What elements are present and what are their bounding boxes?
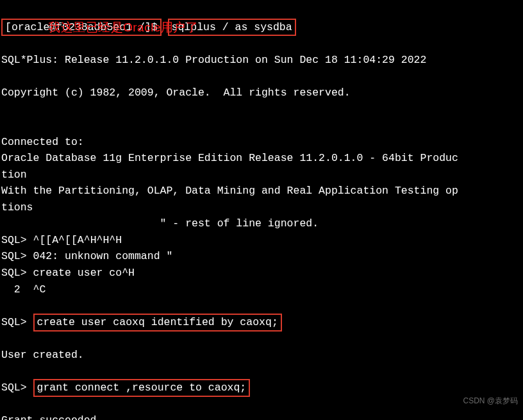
banner-line-1: SQL*Plus: Release 11.2.0.1.0 Production … [1,54,426,66]
edition-line-4: tions [1,201,33,214]
response-grant-1: Grant succeeded. [1,414,103,420]
response-user-created: User created. [1,349,84,361]
annotation-oracle-user: 我这里已经是Oracle用户了 [48,18,198,37]
sql-prompt: SQL> [1,234,27,246]
sql-prompt: SQL> [1,267,27,279]
sql-prompt: SQL> [1,250,27,262]
ignored-line: " - rest of line ignored. [1,217,319,230]
junk-input-2: 042: unknown command " [33,250,173,262]
junk-input-1: ^[[A^[[A^H^H^H [33,234,122,246]
watermark: CSDN @袁梦码 [463,395,518,407]
junk-input-4: 2 ^C [1,283,46,296]
connected-label: Connected to: [1,136,84,148]
sql-prompt: SQL> [1,316,27,328]
junk-input-3: create user co^H [33,267,135,279]
banner-line-2: Copyright (c) 1982, 2009, Oracle. All ri… [1,87,351,99]
command-create-user: create user caoxq identified by caoxq; [33,314,282,332]
command-grant-connect: grant connect ,resource to caoxq; [33,379,251,397]
edition-line-3: With the Partitioning, OLAP, Data Mining… [1,185,458,197]
edition-line-1: Oracle Database 11g Enterprise Edition R… [1,152,458,164]
terminal-output: [oracle@f0238adb5ec1 /]$ sqlplus / as sy… [0,0,523,420]
sql-prompt: SQL> [1,382,27,394]
edition-line-2: tion [1,169,27,181]
